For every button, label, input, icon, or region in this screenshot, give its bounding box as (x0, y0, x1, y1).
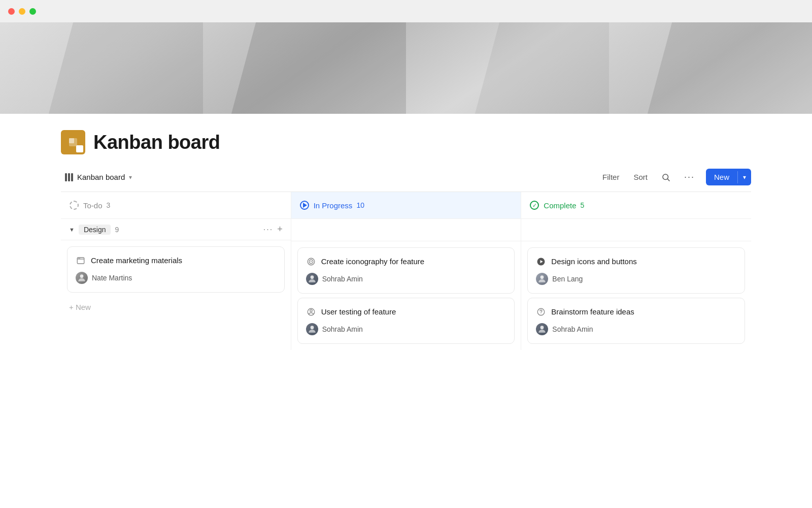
assignee-name: Sohrab Amin (552, 325, 593, 333)
view-label: Kanban board (77, 173, 125, 181)
avatar-ben-lang (536, 273, 548, 285)
svg-point-15 (310, 326, 314, 329)
column-todo: To-do 3 ▼ Design 9 ··· + (61, 192, 291, 350)
group-more-button[interactable]: ··· (263, 225, 273, 234)
svg-point-2 (663, 174, 668, 180)
chevron-down-icon: ▾ (129, 174, 132, 181)
hero-shapes (0, 22, 812, 114)
assignee-name: Sohrab Amin (322, 325, 363, 333)
question-icon (536, 307, 546, 317)
card-title: Design icons and buttons (551, 256, 636, 267)
avatar-sohrab-amin-3 (536, 323, 548, 335)
card-assignee: Ben Lang (536, 273, 736, 285)
svg-point-20 (541, 313, 542, 314)
play-filled-icon (536, 257, 546, 267)
todo-cards: Create marketing materials Nate Martins (61, 240, 291, 299)
new-dropdown-button[interactable]: ▾ (738, 170, 751, 185)
add-new-todo-button[interactable]: + New (61, 299, 291, 320)
card-title-row: Create iconography for feature (306, 256, 506, 267)
complete-icon: ✓ (529, 200, 539, 210)
svg-point-11 (311, 261, 312, 262)
card-title: User testing of feature (321, 306, 396, 317)
search-button[interactable] (659, 170, 673, 184)
todo-icon (69, 200, 79, 210)
svg-point-12 (310, 275, 314, 279)
column-header-inprogress: In Progress 10 (291, 192, 521, 218)
column-inprogress: In Progress 10 Cre (291, 192, 522, 350)
avatar-sohrab-amin-2 (306, 323, 318, 335)
inprogress-count: 10 (356, 201, 364, 209)
group-chevron-icon[interactable]: ▼ (69, 227, 75, 233)
user-circle-icon (306, 307, 316, 317)
kanban-board: To-do 3 ▼ Design 9 ··· + (61, 192, 751, 350)
more-options-button[interactable]: ··· (681, 170, 698, 184)
card-title-row: User testing of feature (306, 306, 506, 317)
maximize-button[interactable] (29, 8, 36, 15)
card-assignee: Sohrab Amin (306, 323, 506, 335)
card-design-icons[interactable]: Design icons and buttons Ben Lang (527, 247, 745, 294)
titlebar (0, 0, 812, 22)
todo-label: To-do (83, 201, 103, 210)
add-new-label: + New (69, 303, 91, 311)
card-title-row: Brainstorm feature ideas (536, 306, 736, 317)
inprogress-cards: Create iconography for feature Sohrab Am… (291, 241, 521, 350)
view-name-button[interactable]: Kanban board ▾ (61, 171, 136, 183)
card-title: Create marketing materials (91, 255, 182, 266)
group-count: 9 (115, 226, 119, 234)
svg-point-14 (310, 310, 312, 312)
svg-point-8 (80, 274, 84, 278)
hero-panel-2 (203, 22, 406, 114)
svg-line-3 (667, 179, 669, 181)
card-title: Create iconography for feature (321, 256, 424, 267)
kanban-view-icon (65, 173, 73, 181)
svg-point-7 (79, 258, 80, 259)
complete-count: 5 (581, 201, 585, 209)
column-complete: ✓ Complete 5 Desig (521, 192, 751, 350)
filter-button[interactable]: Filter (599, 171, 622, 183)
card-create-marketing[interactable]: Create marketing materials Nate Martins (67, 246, 285, 293)
card-user-testing[interactable]: User testing of feature Sohrab Amin (297, 298, 515, 344)
window-icon (76, 256, 86, 266)
card-assignee: Sohrab Amin (306, 273, 506, 285)
assignee-name: Sohrab Amin (322, 275, 363, 283)
inprogress-label: In Progress (314, 201, 353, 210)
minimize-button[interactable] (19, 8, 25, 15)
todo-count: 3 (107, 201, 111, 209)
card-assignee: Sohrab Amin (536, 323, 736, 335)
group-label: Design (79, 225, 111, 235)
group-spacer-inprogress (291, 218, 521, 241)
complete-label: Complete (544, 201, 576, 210)
group-add-button[interactable]: + (277, 224, 283, 235)
assignee-name: Nate Martins (92, 274, 132, 282)
column-header-complete: ✓ Complete 5 (521, 192, 751, 218)
toolbar: Kanban board ▾ Filter Sort ··· New ▾ (61, 169, 751, 192)
hero-panel-3 (406, 22, 609, 114)
close-button[interactable] (8, 8, 15, 15)
sort-button[interactable]: Sort (630, 171, 651, 183)
toolbar-right: Filter Sort ··· New ▾ (599, 169, 751, 185)
target-icon (306, 257, 316, 267)
card-title-row: Create marketing materials (76, 255, 276, 266)
column-header-todo: To-do 3 (61, 192, 291, 218)
inprogress-icon (299, 200, 310, 210)
toolbar-left: Kanban board ▾ (61, 171, 136, 183)
card-brainstorm[interactable]: Brainstorm feature ideas Sohrab Amin (527, 298, 745, 344)
hero-panel-4 (609, 22, 812, 114)
page-title-area: Kanban board (61, 130, 751, 154)
svg-point-21 (540, 326, 544, 329)
new-button-group: New ▾ (706, 169, 751, 185)
new-main-button[interactable]: New (706, 169, 737, 185)
card-create-iconography[interactable]: Create iconography for feature Sohrab Am… (297, 247, 515, 294)
card-title-row: Design icons and buttons (536, 256, 736, 267)
page-title: Kanban board (93, 132, 220, 153)
group-row: ▼ Design 9 ··· + (61, 218, 291, 240)
svg-rect-1 (69, 138, 74, 143)
group-spacer-complete (521, 218, 751, 241)
page-icon (61, 130, 85, 154)
avatar-sohrab-amin (306, 273, 318, 285)
card-assignee: Nate Martins (76, 272, 276, 284)
avatar-nate-martins (76, 272, 88, 284)
page-content: Kanban board Kanban board ▾ Filter Sort … (0, 114, 812, 350)
svg-point-18 (540, 275, 544, 279)
card-title: Brainstorm feature ideas (551, 306, 634, 317)
